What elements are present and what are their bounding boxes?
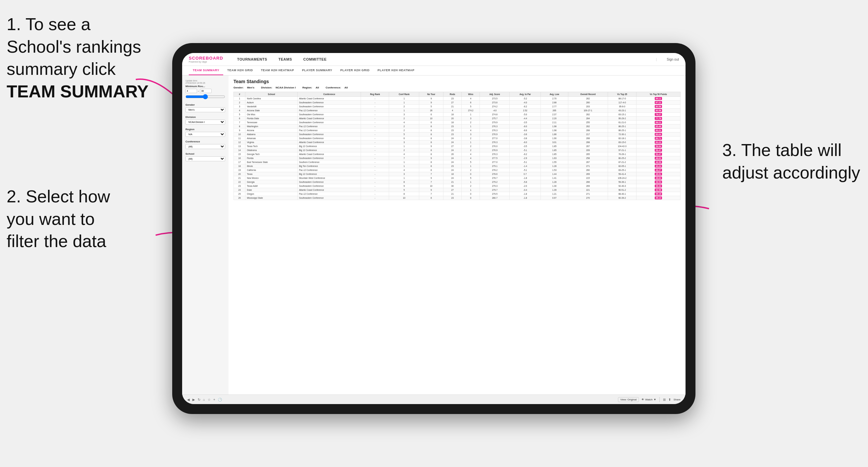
table-cell: 23	[443, 164, 462, 168]
filter-conference: Conference (All)	[185, 140, 225, 149]
table-cell: 1.41	[541, 176, 568, 180]
table-cell: 1	[462, 164, 480, 168]
table-cell: Southeastern Conference	[298, 132, 361, 136]
table-row: 4Arizona StatePac-12 Conference-1264274.…	[234, 108, 681, 113]
table-cell: 2.11	[541, 121, 568, 125]
add-icon[interactable]: +	[213, 398, 215, 401]
table-cell: 4	[389, 152, 419, 156]
table-cell: 12	[234, 141, 245, 145]
table-cell: Big 12 Conference	[298, 172, 361, 176]
gender-select[interactable]: Men's Women's	[185, 107, 225, 112]
clock-icon[interactable]: 🕐	[218, 398, 222, 401]
division-label: Division	[185, 116, 225, 119]
table-cell: 2.37	[541, 113, 568, 117]
table-row: 14OklahomaBig 12 Conference-28242276.9-5…	[234, 148, 681, 152]
table-cell: 95-29-2	[608, 117, 637, 121]
table-cell: 279.2	[480, 180, 510, 184]
division-select[interactable]: NCAA Division I	[185, 120, 225, 125]
table-cell: 76-26-1	[608, 152, 637, 156]
table-cell: Oregon	[245, 192, 298, 196]
conference-select[interactable]: (All)	[185, 144, 225, 149]
min-rounds-slider[interactable]	[185, 94, 225, 99]
instruction-1-text: 1. To see a School's rankings summary cl…	[7, 14, 141, 79]
table-cell: 100-27-1	[568, 108, 608, 113]
reload-icon[interactable]: ↻	[198, 398, 200, 401]
forward-icon[interactable]: ▶	[192, 398, 195, 401]
table-cell: 1	[462, 113, 480, 117]
grid-icon[interactable]: ⊞	[663, 398, 665, 401]
table-cell: 23	[443, 132, 462, 136]
table-cell: -6.2	[510, 105, 541, 108]
sign-out-button[interactable]: Sign out	[666, 58, 679, 61]
table-cell: 40.24	[636, 164, 680, 168]
eye-icon: 👁	[642, 398, 644, 401]
table-cell: Mountain West Conference	[298, 176, 361, 180]
table-cell: -	[361, 196, 389, 200]
nav-tournaments[interactable]: TOURNAMENTS	[237, 56, 268, 63]
instruction-1-bold: TEAM SUMMARY	[7, 82, 149, 101]
table-cell: 26	[419, 108, 443, 113]
table-cell: 23	[443, 128, 462, 132]
nav-teams[interactable]: TEAMS	[278, 56, 293, 63]
table-cell: Atlantic Coast Conference	[298, 141, 361, 145]
table-cell: -	[361, 148, 389, 152]
tab-player-summary[interactable]: PLAYER SUMMARY	[298, 66, 336, 75]
min-rounds-from-input[interactable]	[185, 89, 197, 93]
table-cell: 17	[234, 160, 245, 164]
table-cell: 2	[462, 145, 480, 148]
view-original-button[interactable]: View: Original	[618, 397, 639, 402]
table-cell: 1	[462, 141, 480, 145]
table-cell: 56.47	[636, 148, 680, 152]
table-cell: 5	[234, 113, 245, 117]
tab-team-h2h-heatmap[interactable]: TEAM H2H HEATMAP	[257, 66, 298, 75]
home-icon[interactable]: ⌂	[203, 398, 205, 401]
table-cell: 271	[568, 192, 608, 196]
table-cell: 1.30	[541, 184, 568, 188]
tab-player-h2h-grid[interactable]: PLAYER H2H GRID	[336, 66, 374, 75]
table-cell: 215	[568, 176, 608, 180]
table-cell: -	[361, 164, 389, 168]
share-icon[interactable]: ⬆	[668, 398, 671, 401]
table-cell: 2	[462, 148, 480, 152]
region-select[interactable]: N/A	[185, 132, 225, 137]
table-cell: 86-25-1	[608, 128, 637, 132]
watch-button[interactable]: 👁 Watch ▼	[642, 398, 656, 401]
table-cell: 8	[389, 192, 419, 196]
col-vs-top50: Vs Top 50 Points	[636, 92, 680, 97]
back-icon[interactable]: ◀	[187, 398, 190, 401]
table-row: 19CaliforniaPac-12 Conference-48242278.2…	[234, 168, 681, 172]
instruction-2-line3: filter the data	[7, 231, 106, 251]
table-cell: -1.8	[510, 176, 541, 180]
table-cell: -	[361, 160, 389, 164]
table-cell: 68.21	[636, 121, 680, 125]
table-row: 2AuburnSoutheastern Conference-19276273.…	[234, 101, 681, 105]
table-cell: 104-42-3	[608, 145, 637, 148]
table-cell: Illinois	[245, 164, 298, 168]
table-row: 1North CarolinaAtlantic Coast Conference…	[234, 97, 681, 101]
table-cell: 279.9	[480, 121, 510, 125]
table-cell: 14	[234, 148, 245, 152]
table-cell: 5	[389, 132, 419, 136]
table-cell: Pac-12 Conference	[298, 192, 361, 196]
table-cell: 21	[443, 105, 462, 108]
min-rounds-to-input[interactable]	[200, 89, 212, 93]
tab-team-h2h-grid[interactable]: TEAM H2H GRID	[223, 66, 257, 75]
table-cell: 2.20	[541, 117, 568, 121]
nav-committee[interactable]: COMMITTEE	[303, 56, 328, 63]
table-cell: 72-30-1	[608, 132, 637, 136]
tab-team-summary[interactable]: TEAM SUMMARY	[189, 66, 223, 75]
tab-player-h2h-heatmap[interactable]: PLAYER H2H HEATMAP	[374, 66, 418, 75]
table-cell: 273.5	[480, 97, 510, 101]
table-cell: 203	[568, 105, 608, 108]
table-cell: Southeastern Conference	[298, 113, 361, 117]
table-cell: 5	[462, 160, 480, 164]
table-cell: -1.8	[510, 192, 541, 196]
table-cell: 7	[419, 180, 443, 184]
school-select[interactable]: (All)	[185, 156, 225, 161]
table-cell: 42.98	[636, 188, 680, 192]
bookmark-icon[interactable]: ☆	[208, 398, 211, 401]
col-school: School	[245, 92, 298, 97]
table-cell: -	[361, 184, 389, 188]
share-button[interactable]: Share	[674, 398, 681, 401]
table-cell: 278.6	[480, 172, 510, 176]
